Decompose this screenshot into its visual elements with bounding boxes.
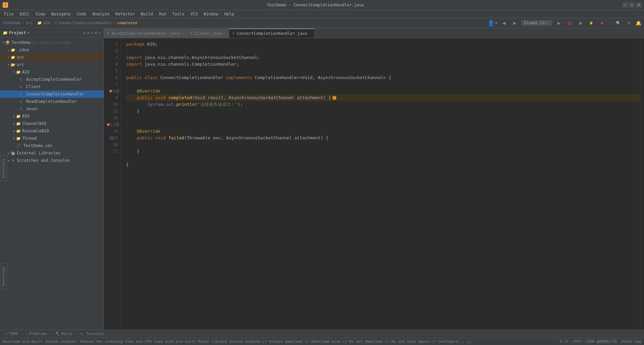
breadcrumb-section: TestDemo › src › 📁 AIO › C ConnectComple… xyxy=(3,21,137,25)
status-right: 9:37 CRLF CSDN @西财彭子昂 Event Log xyxy=(560,339,641,344)
favorites-panel-tab[interactable]: Favorites xyxy=(0,263,7,289)
tree-item-idea[interactable]: ▶ 📁 .idea xyxy=(0,46,104,54)
app-icon: J xyxy=(3,2,8,8)
structure-panel-tab[interactable]: Structure xyxy=(0,155,7,182)
tree-arrow-idea: ▶ xyxy=(7,48,11,52)
tab-todo[interactable]: ☑ TODO xyxy=(3,331,20,337)
tree-item-client[interactable]: C Client xyxy=(0,83,104,90)
menu-tools[interactable]: Tools xyxy=(170,11,187,17)
terminal-label: Terminal xyxy=(86,332,104,336)
tree-item-src[interactable]: ▼ 📂 src xyxy=(0,61,104,68)
menu-window[interactable]: Window xyxy=(201,11,221,17)
tab-connect-icon: C xyxy=(232,31,235,36)
run-config-label: Client (1) xyxy=(524,21,546,25)
code-line-8: @Override xyxy=(126,88,640,94)
tree-icon-testdemo: 📦 xyxy=(5,40,10,45)
stop-button[interactable]: ■ xyxy=(598,19,606,27)
tree-icon-scratches: ✎ xyxy=(11,158,15,163)
tree-label-idea: .idea xyxy=(17,48,29,52)
menu-file[interactable]: File xyxy=(1,11,16,17)
tree-item-iml[interactable]: ▶ ⬡ TestDemo.iml xyxy=(0,142,104,149)
breadcrumb-project[interactable]: TestDemo xyxy=(3,21,20,25)
tab-terminal[interactable]: >_ Terminal xyxy=(78,331,107,337)
breadcrumb-class[interactable]: ConnectCompletionHandler xyxy=(59,21,112,25)
tree-item-read[interactable]: C ReadCompletionHandler xyxy=(0,98,104,105)
code-line-17: } xyxy=(126,148,640,155)
tab-client-icon: C xyxy=(191,31,193,36)
tree-label-src: src xyxy=(17,62,24,67)
code-line-12 xyxy=(126,115,640,121)
status-encoding: 9:37 xyxy=(560,339,569,344)
run-button[interactable]: ▶ xyxy=(555,19,563,27)
tree-item-out[interactable]: ▶ 📁 out xyxy=(0,54,104,61)
tree-item-sever[interactable]: C Sever xyxy=(0,105,104,113)
project-dropdown-icon[interactable]: ▼ xyxy=(28,31,30,34)
tab-problems[interactable]: ⚠ Problems xyxy=(23,331,50,337)
breadcrumb-aio[interactable]: AIO xyxy=(43,21,50,25)
minimize-button[interactable]: ─ xyxy=(623,2,628,8)
code-line-10: System.out.println("连接服务端成功！"); xyxy=(126,101,640,108)
maximize-button[interactable]: □ xyxy=(629,2,635,8)
status-bar: Download pre-built shared indexes: Reduc… xyxy=(0,338,644,345)
tree-item-channelnio[interactable]: ▶ 📁 ChannelNIO xyxy=(0,120,104,127)
run-config-combo[interactable]: Client (1) ▼ xyxy=(521,20,552,26)
tab-build[interactable]: 🔨 Build xyxy=(53,331,75,337)
settings-button[interactable]: ⚙ xyxy=(625,19,633,27)
forward-button[interactable]: ▶ xyxy=(511,19,519,27)
code-content[interactable]: package AIO; import java.nio.channels.As… xyxy=(121,38,640,330)
user-icon-group: 👤 ▼ xyxy=(488,20,497,26)
menu-vcs[interactable]: VCS xyxy=(188,11,201,17)
close-panel-icon[interactable]: ✕ xyxy=(99,30,101,35)
tab-accept[interactable]: C AcceptCompletionHandler.java ✕ xyxy=(104,28,187,38)
menu-edit[interactable]: Edit xyxy=(17,11,32,17)
profile-button[interactable]: ⚡ xyxy=(587,19,595,27)
tab-accept-close[interactable]: ✕ xyxy=(181,31,183,35)
event-log-link[interactable]: Event Log xyxy=(621,339,641,344)
gear-icon[interactable]: ⚙ xyxy=(95,30,97,35)
collapse-all-icon[interactable]: ≡ xyxy=(87,30,90,35)
coverage-button[interactable]: ◉ xyxy=(576,19,584,27)
tree-arrow-out: ▶ xyxy=(7,55,11,59)
breadcrumb-sep1: › xyxy=(22,21,24,25)
tree-item-connect[interactable]: C ConnectCompletionHandler xyxy=(0,90,104,98)
menu-analyze[interactable]: Analyze xyxy=(90,11,112,17)
tab-connect[interactable]: C ConnectCompletionHandler.java ✕ xyxy=(229,28,315,38)
back-button[interactable]: ◀ xyxy=(500,19,508,27)
tree-arrow-src: ▼ xyxy=(7,63,11,67)
tree-item-aio[interactable]: ▼ 📁 AIO xyxy=(0,68,104,76)
tree-item-accept[interactable]: C AcceptCompletionHandler xyxy=(0,76,104,83)
terminal-icon: >_ xyxy=(80,332,85,336)
code-line-19: } xyxy=(126,161,640,168)
problems-icon: ⚠ xyxy=(26,332,28,336)
locate-in-tree-icon[interactable]: ◎ xyxy=(84,30,86,35)
menu-help[interactable]: Help xyxy=(222,11,237,17)
tab-connect-close[interactable]: ✕ xyxy=(309,32,311,36)
tree-icon-sever: C xyxy=(19,107,23,111)
close-button[interactable]: ✕ xyxy=(636,2,641,8)
debug-button[interactable]: 🐞 xyxy=(566,19,574,27)
menu-run[interactable]: Run xyxy=(156,11,169,17)
tree-item-scratches[interactable]: ▶ ✎ Scratches and Consoles xyxy=(0,157,104,164)
tree-item-thread[interactable]: ▶ 📁 Thread xyxy=(0,135,104,142)
user-dropdown-icon[interactable]: ▼ xyxy=(495,21,497,25)
sort-icon[interactable]: ↕ xyxy=(91,30,93,35)
menu-refactor[interactable]: Refactor xyxy=(113,11,138,17)
tab-client-close[interactable]: ✕ xyxy=(223,31,225,35)
breadcrumb-src[interactable]: src xyxy=(25,21,32,25)
tab-client[interactable]: C Client.java ✕ xyxy=(187,28,229,38)
menu-view[interactable]: View xyxy=(33,11,48,17)
code-line-3: import java.nio.channels.AsynchronousSoc… xyxy=(126,54,640,61)
tree-item-runnablebio[interactable]: ▶ 📁 RunnableBIO xyxy=(0,127,104,135)
tree-item-bio[interactable]: ▶ 📁 BIO xyxy=(0,113,104,120)
title-bar: J TestDemo - ConnectCompletionHandler.ja… xyxy=(0,0,644,10)
notifications-icon[interactable]: 🔔 xyxy=(636,20,641,26)
tree-item-testdemo[interactable]: ▼ 📦 TestDemo D:\ideal\TestDemo xyxy=(0,39,104,46)
tree-item-extlibs[interactable]: ▶ 📚 External Libraries xyxy=(0,149,104,157)
search-button[interactable]: 🔍 xyxy=(614,19,622,27)
breadcrumb-method[interactable]: completed xyxy=(117,21,137,25)
breadcrumb-folder-icon: 📁 xyxy=(37,21,42,25)
menu-navigate[interactable]: Navigate xyxy=(49,11,73,17)
code-line-16 xyxy=(126,141,640,148)
menu-build[interactable]: Build xyxy=(138,11,156,17)
menu-code[interactable]: Code xyxy=(74,11,89,17)
